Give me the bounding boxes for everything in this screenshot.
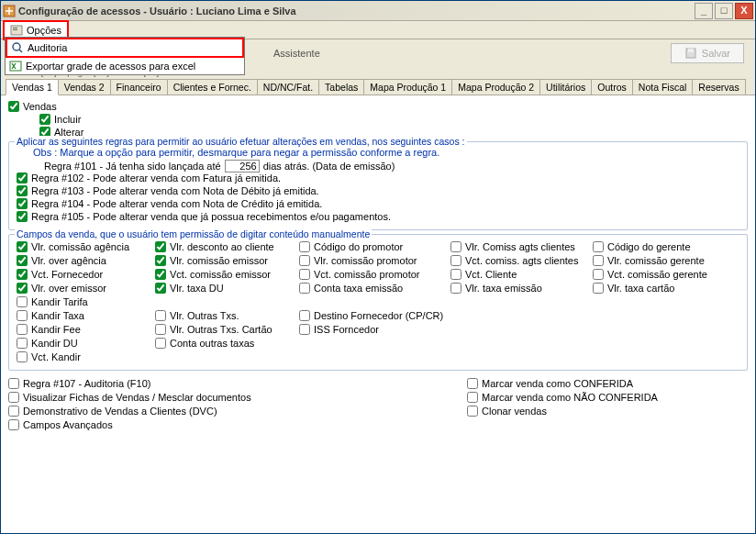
save-label: Salvar bbox=[702, 48, 730, 59]
chk-conta-outras-taxas[interactable]: Conta outras taxas bbox=[155, 338, 296, 349]
chk-kandir-du[interactable]: Kandir DU bbox=[17, 338, 152, 349]
chk-rule-105[interactable]: Regra #105 - Pode alterar venda que já p… bbox=[17, 211, 741, 222]
rule-101: Regra #101 - Já tenha sido lançada até d… bbox=[44, 160, 741, 172]
tab-clientes[interactable]: Clientes e Fornec. bbox=[167, 79, 258, 95]
chk-vlr-taxa-du[interactable]: Vlr. taxa DU bbox=[155, 283, 296, 294]
chk-vlr-desconto-cliente[interactable]: Vlr. desconto ao cliente bbox=[155, 241, 296, 252]
chk-vct-kandir[interactable]: Vct. Kandir bbox=[17, 351, 152, 362]
tab-reservas[interactable]: Reservas bbox=[692, 79, 745, 95]
chk-dvc[interactable]: Demonstrativo de Vendas a Clientes (DVC) bbox=[8, 406, 339, 417]
menu-auditoria[interactable]: Auditoria bbox=[6, 38, 244, 58]
save-button[interactable]: Salvar bbox=[671, 43, 744, 63]
chk-kandir-fee[interactable]: Kandir Fee bbox=[17, 324, 152, 335]
rules-legend: Aplicar as seguintes regras para permiti… bbox=[15, 136, 467, 147]
svg-point-4 bbox=[13, 43, 20, 50]
svg-rect-2 bbox=[13, 28, 17, 28]
chk-vct-comissao-promotor[interactable]: Vct. comissão promotor bbox=[299, 269, 448, 280]
chk-vct-comissao-emissor[interactable]: Vct. comissão emissor bbox=[155, 269, 296, 280]
chk-vlr-comissao-agencia[interactable]: Vlr. comissão agência bbox=[17, 241, 152, 252]
bottom-options: Regra #107 - Auditoria (F10) Marcar vend… bbox=[8, 378, 748, 432]
svg-rect-3 bbox=[13, 29, 17, 30]
chk-vlr-comiss-agts[interactable]: Vlr. Comiss agts clientes bbox=[450, 241, 590, 252]
minimize-button[interactable]: _ bbox=[695, 3, 713, 19]
app-icon bbox=[3, 5, 16, 17]
chk-vct-comiss-agts[interactable]: Vct. comiss. agts clientes bbox=[450, 255, 590, 266]
menu-opcoes-label: Opções bbox=[27, 25, 61, 36]
chk-vlr-comissao-gerente[interactable]: Vlr. comissão gerente bbox=[593, 255, 728, 266]
svg-line-5 bbox=[19, 50, 22, 52]
chk-vct-comissao-gerente[interactable]: Vct. comissão gerente bbox=[593, 269, 728, 280]
tab-content-vendas1: Vendas Incluir Alterar Aplicar as seguin… bbox=[1, 95, 755, 533]
chk-vendas[interactable]: Vendas bbox=[8, 101, 748, 112]
tab-mapa1[interactable]: Mapa Produção 1 bbox=[363, 79, 452, 95]
fields-group: Campos da venda, que o usuário tem permi… bbox=[8, 234, 748, 371]
excel-icon bbox=[9, 60, 22, 72]
chk-clonar-vendas[interactable]: Clonar vendas bbox=[467, 406, 755, 417]
dropdown-opcoes: Auditoria Exportar grade de acessos para… bbox=[5, 37, 245, 75]
tab-vendas1[interactable]: Vendas 1 bbox=[6, 79, 59, 95]
chk-campos-avancados[interactable]: Campos Avançados bbox=[8, 419, 339, 430]
chk-rule-104[interactable]: Regra #104 - Pode alterar venda com Nota… bbox=[17, 198, 741, 209]
tabbar: Vendas 1 Vendas 2 Financeiro Clientes e … bbox=[1, 79, 755, 95]
chk-vct-fornecedor[interactable]: Vct. Fornecedor bbox=[17, 269, 152, 280]
search-icon bbox=[11, 41, 24, 54]
chk-rule-102[interactable]: Regra #102 - Pode alterar venda com Fatu… bbox=[17, 172, 741, 184]
chk-vlr-outras-txs[interactable]: Vlr. Outras Txs. bbox=[155, 310, 296, 321]
chk-vlr-comissao-emissor[interactable]: Vlr. comissão emissor bbox=[155, 255, 296, 266]
save-icon bbox=[684, 47, 697, 60]
chk-vct-cliente[interactable]: Vct. Cliente bbox=[450, 269, 590, 280]
chk-vlr-outras-txs-cartao[interactable]: Vlr. Outras Txs. Cartão bbox=[155, 324, 296, 335]
tab-nf[interactable]: Nota Fiscal bbox=[632, 79, 694, 95]
rule-101-days-input[interactable] bbox=[225, 160, 260, 172]
chk-rule-103[interactable]: Regra #103 - Pode alterar venda com Nota… bbox=[17, 185, 741, 196]
chk-incluir[interactable]: Incluir bbox=[39, 114, 748, 125]
chk-codigo-gerente[interactable]: Código do gerente bbox=[593, 241, 728, 252]
menu-exportar-label: Exportar grade de acessos para excel bbox=[26, 61, 195, 72]
chk-visualizar-fichas[interactable]: Visualizar Fichas de Vendas / Mesclar do… bbox=[8, 392, 339, 403]
svg-rect-8 bbox=[688, 49, 694, 52]
menu-auditoria-label: Auditoria bbox=[28, 42, 67, 53]
chk-regra-107[interactable]: Regra #107 - Auditoria (F10) bbox=[8, 378, 339, 389]
chk-destino-fornecedor[interactable]: Destino Fornecedor (CP/CR) bbox=[299, 310, 448, 321]
chk-conta-taxa-emissao[interactable]: Conta taxa emissão bbox=[299, 283, 448, 294]
chk-iss-fornecedor[interactable]: ISS Forncedor bbox=[299, 324, 448, 335]
chk-vlr-taxa-emissao[interactable]: Vlr. taxa emissão bbox=[450, 283, 590, 294]
close-button[interactable]: X bbox=[735, 3, 753, 19]
window-title: Configuração de acessos - Usuário : Luci… bbox=[18, 6, 695, 17]
menu-exportar[interactable]: Exportar grade de acessos para excel bbox=[6, 58, 244, 74]
chk-kandir-tarifa[interactable]: Kandir Tarifa bbox=[17, 296, 152, 307]
tab-financeiro[interactable]: Financeiro bbox=[110, 79, 168, 95]
rules-obs: Obs : Marque a opção para permitir, desm… bbox=[33, 147, 741, 158]
tab-util[interactable]: Utilitários bbox=[539, 79, 592, 95]
tab-outros[interactable]: Outros bbox=[591, 79, 633, 95]
maximize-button[interactable]: □ bbox=[715, 3, 733, 19]
chk-codigo-promotor[interactable]: Código do promotor bbox=[299, 241, 448, 252]
svg-rect-6 bbox=[10, 61, 21, 71]
tab-mapa2[interactable]: Mapa Produção 2 bbox=[451, 79, 540, 95]
tab-vendas2[interactable]: Vendas 2 bbox=[58, 79, 111, 95]
rules-group: Aplicar as seguintes regras para permiti… bbox=[8, 141, 748, 230]
chk-vlr-comissao-promotor[interactable]: Vlr. comissão promotor bbox=[299, 255, 448, 266]
options-icon bbox=[10, 24, 23, 37]
tab-tabelas[interactable]: Tabelas bbox=[318, 79, 364, 95]
fields-legend: Campos da venda, que o usuário tem permi… bbox=[15, 228, 372, 239]
titlebar: Configuração de acessos - Usuário : Luci… bbox=[1, 1, 755, 21]
chk-marcar-conferida[interactable]: Marcar venda como CONFERIDA bbox=[467, 378, 755, 389]
tab-ndncfat[interactable]: ND/NC/Fat. bbox=[257, 79, 319, 95]
chk-vlr-over-emissor[interactable]: Vlr. over emissor bbox=[17, 283, 152, 294]
chk-vlr-over-agencia[interactable]: Vlr. over agência bbox=[17, 255, 152, 266]
chk-marcar-naoconferida[interactable]: Marcar venda como NÃO CONFERIDA bbox=[467, 392, 755, 403]
chk-kandir-taxa[interactable]: Kandir Taxa bbox=[17, 310, 152, 321]
chk-vlr-taxa-cartao[interactable]: Vlr. taxa cartão bbox=[593, 283, 728, 294]
